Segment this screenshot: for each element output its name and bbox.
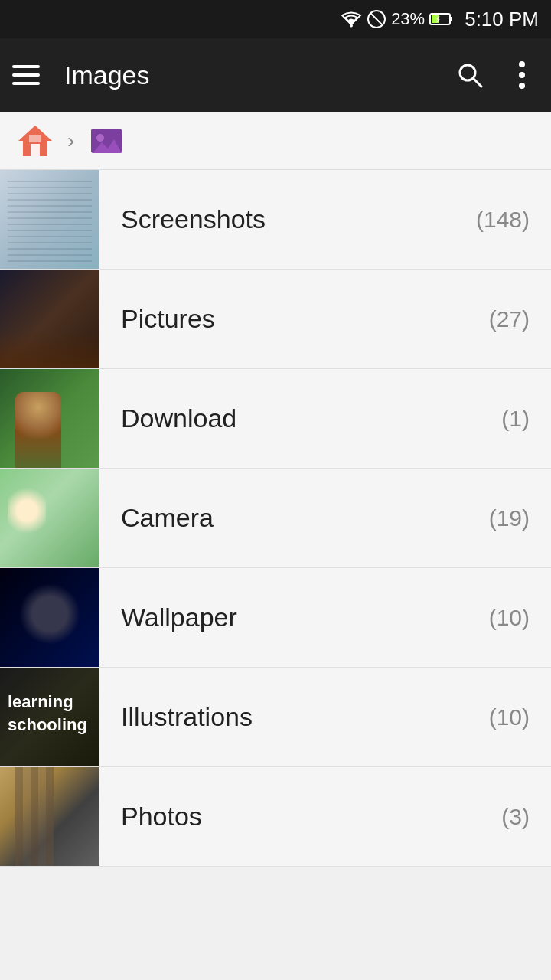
- album-thumbnail-download: [0, 369, 99, 469]
- album-thumbnail-screenshots: [0, 170, 99, 270]
- svg-point-13: [519, 83, 525, 89]
- album-name: Wallpaper: [121, 603, 237, 632]
- album-thumbnail-wallpaper: [0, 568, 99, 668]
- album-name: Camera: [121, 503, 214, 533]
- album-info: Download (1): [99, 403, 551, 433]
- toolbar-title: Images: [64, 60, 435, 90]
- album-list: Screenshots (148) Pictures (27) Download…: [0, 170, 551, 867]
- nosim-icon: [367, 9, 386, 29]
- album-name: Download: [121, 403, 236, 433]
- svg-rect-16: [29, 135, 41, 142]
- breadcrumb-home[interactable]: [15, 121, 55, 161]
- list-item[interactable]: Photos (3): [0, 767, 551, 867]
- more-icon: [518, 60, 526, 90]
- album-info: Camera (19): [99, 503, 551, 533]
- breadcrumb-images[interactable]: [86, 121, 126, 161]
- toolbar: Images: [0, 38, 551, 112]
- search-button[interactable]: [453, 58, 487, 92]
- status-time: 5:10 PM: [465, 8, 539, 31]
- album-info: Wallpaper (10): [99, 603, 551, 632]
- svg-rect-4: [450, 17, 452, 21]
- album-info: Screenshots (148): [99, 204, 551, 234]
- battery-icon: [429, 12, 454, 26]
- album-name: Photos: [121, 802, 202, 831]
- album-thumbnail-camera: [0, 469, 99, 568]
- list-item[interactable]: Download (1): [0, 369, 551, 469]
- album-count: (148): [476, 207, 530, 233]
- images-folder-icon: [86, 121, 126, 161]
- svg-point-11: [519, 61, 525, 67]
- album-name: Screenshots: [121, 204, 266, 234]
- album-count: (10): [489, 704, 530, 730]
- list-item[interactable]: Illustrations (10): [0, 668, 551, 767]
- album-thumbnail-photos: [0, 767, 99, 867]
- album-name: Pictures: [121, 304, 215, 334]
- list-item[interactable]: Wallpaper (10): [0, 568, 551, 668]
- more-options-button[interactable]: [505, 58, 539, 92]
- home-icon: [15, 121, 55, 161]
- album-count: (19): [489, 505, 530, 531]
- battery-percent: 23%: [391, 9, 425, 29]
- svg-point-0: [350, 24, 353, 28]
- svg-point-12: [519, 72, 525, 78]
- list-item[interactable]: Pictures (27): [0, 270, 551, 369]
- wifi-icon: [341, 11, 362, 28]
- status-bar: 23% 5:10 PM: [0, 0, 551, 38]
- svg-line-2: [370, 13, 383, 25]
- svg-point-18: [96, 134, 104, 142]
- breadcrumb-chevron: ›: [67, 129, 74, 153]
- list-item[interactable]: Screenshots (148): [0, 170, 551, 270]
- status-icons: 23% 5:10 PM: [341, 8, 539, 31]
- album-count: (27): [489, 306, 530, 332]
- svg-rect-15: [31, 144, 40, 156]
- list-item[interactable]: Camera (19): [0, 469, 551, 568]
- album-name: Illustrations: [121, 702, 253, 732]
- album-count: (10): [489, 605, 530, 631]
- album-info: Photos (3): [99, 802, 551, 831]
- album-info: Pictures (27): [99, 304, 551, 334]
- album-info: Illustrations (10): [99, 702, 551, 732]
- breadcrumb: ›: [0, 112, 551, 170]
- menu-button[interactable]: [12, 58, 46, 92]
- album-thumbnail-illustrations: [0, 668, 99, 767]
- svg-line-10: [474, 79, 481, 87]
- album-count: (3): [501, 804, 530, 830]
- search-icon: [456, 61, 484, 89]
- album-thumbnail-pictures: [0, 270, 99, 369]
- album-count: (1): [501, 406, 530, 432]
